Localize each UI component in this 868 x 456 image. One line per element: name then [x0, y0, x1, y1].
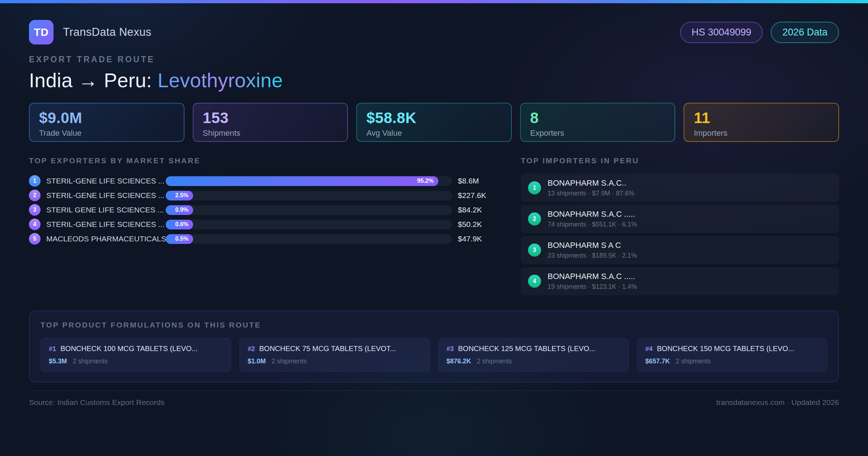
route-title: India → Peru: [29, 69, 158, 92]
exporter-name: STERIL-GENE LIFE SCIENCES ... [46, 191, 166, 200]
formulation-meta-row: $1.0M 2 shipments [248, 358, 422, 365]
formulation-rank: #4 [645, 345, 652, 353]
market-share-track: 0.5% [166, 234, 452, 244]
importers-panel: TOP IMPORTERS IN PERU 1 BONAPHARM S.A.C.… [521, 156, 839, 295]
stat-value: $9.0M [39, 109, 174, 127]
stat-card-importers[interactable]: 11 Importers [684, 103, 839, 142]
market-share-bar: 0.6% [166, 220, 193, 229]
formulation-value: $876.2K [447, 358, 471, 365]
top-accent-bar [0, 0, 868, 3]
header: TD TransData Nexus HS 30049099 2026 Data [29, 20, 839, 45]
exporter-name: MACLEODS PHARMACEUTICALS LTD [46, 235, 166, 243]
stat-label: Exporters [530, 128, 665, 138]
market-share-bar: 0.9% [166, 205, 193, 215]
market-share-bar: 0.5% [166, 234, 193, 244]
formulation-title-row: #2 BONCHECK 75 MCG TABLETS (LEVOT... [248, 345, 422, 353]
market-share-track: 0.6% [166, 220, 452, 229]
hs-code-badge[interactable]: HS 30049099 [680, 22, 763, 43]
rank-badge: 2 [528, 212, 541, 225]
stat-label: Importers [694, 128, 829, 138]
importer-details: 74 shipments · $551.1K · 6.1% [548, 221, 637, 228]
share-percent-label: 95.2% [417, 178, 434, 184]
exporter-value: $84.2K [458, 206, 495, 214]
formulation-shipments: 2 shipments [676, 358, 711, 365]
stat-value: 8 [530, 109, 665, 127]
importer-name: BONAPHARM S.A.C.. [548, 178, 634, 188]
formulation-card[interactable]: #4 BONCHECK 150 MCG TABLETS (LEVO... $65… [637, 338, 827, 372]
exporter-row[interactable]: 3 STERIL GENE LIFE SCIENCES ... 0.9% $84… [29, 203, 495, 217]
rank-badge: 2 [29, 190, 41, 201]
app-name: TransData Nexus [63, 26, 152, 39]
importer-card[interactable]: 4 BONAPHARM S.A.C ..... 19 shipments · $… [521, 267, 839, 295]
importer-card[interactable]: 3 BONAPHARM S A C 23 shipments · $189.5K… [521, 236, 839, 264]
footer-divider [29, 390, 839, 391]
importer-name: BONAPHARM S.A.C ..... [548, 272, 637, 281]
rank-badge: 1 [29, 175, 41, 187]
stat-value: 153 [203, 109, 338, 127]
exporters-list: 1 STERIL-GENE LIFE SCIENCES ... 95.2% $8… [29, 174, 495, 246]
importers-heading: TOP IMPORTERS IN PERU [521, 156, 839, 165]
formulation-name: BONCHECK 100 MCG TABLETS (LEVO... [60, 345, 197, 353]
exporter-value: $47.9K [458, 235, 495, 243]
market-share-bar: 95.2% [166, 176, 438, 186]
importer-card[interactable]: 1 BONAPHARM S.A.C.. 13 shipments · $7.9M… [521, 174, 839, 202]
importer-card[interactable]: 2 BONAPHARM S.A.C ..... 74 shipments · $… [521, 205, 839, 233]
exporter-name: STERIL-GENE LIFE SCIENCES ... [46, 220, 166, 229]
exporter-row[interactable]: 5 MACLEODS PHARMACEUTICALS LTD 0.5% $47.… [29, 232, 495, 246]
formulations-panel: TOP PRODUCT FORMULATIONS ON THIS ROUTE #… [29, 311, 839, 383]
importer-details: 23 shipments · $189.5K · 2.1% [548, 252, 637, 259]
formulation-card[interactable]: #1 BONCHECK 100 MCG TABLETS (LEVO... $5.… [41, 338, 231, 372]
exporter-value: $50.2K [458, 220, 495, 229]
stat-card-exporters[interactable]: 8 Exporters [520, 103, 676, 142]
formulation-shipments: 2 shipments [477, 358, 512, 365]
exporter-row[interactable]: 1 STERIL-GENE LIFE SCIENCES ... 95.2% $8… [29, 174, 495, 188]
importer-text: BONAPHARM S.A.C ..... 74 shipments · $55… [548, 210, 637, 228]
formulation-meta-row: $657.7K 2 shipments [645, 358, 819, 365]
stat-value: $58.8K [366, 109, 502, 127]
exporter-row[interactable]: 4 STERIL-GENE LIFE SCIENCES ... 0.6% $50… [29, 217, 495, 232]
share-percent-label: 0.5% [175, 236, 188, 242]
stat-label: Trade Value [39, 128, 174, 138]
importer-text: BONAPHARM S.A.C ..... 19 shipments · $12… [548, 272, 637, 291]
formulation-card[interactable]: #2 BONCHECK 75 MCG TABLETS (LEVOT... $1.… [239, 338, 430, 372]
exporters-heading: TOP EXPORTERS BY MARKET SHARE [29, 156, 495, 165]
formulation-shipments: 2 shipments [73, 358, 108, 365]
stat-card-avg-value[interactable]: $58.8K Avg Value [356, 103, 512, 142]
exporter-row[interactable]: 2 STERIL-GENE LIFE SCIENCES ... 2.5% $22… [29, 188, 495, 203]
stat-card-trade-value[interactable]: $9.0M Trade Value [29, 103, 184, 142]
section-eyebrow: EXPORT TRADE ROUTE [29, 55, 839, 64]
importer-name: BONAPHARM S.A.C ..... [548, 210, 637, 219]
stat-card-shipments[interactable]: 153 Shipments [193, 103, 348, 142]
formulation-value: $1.0M [248, 358, 266, 365]
formulation-rank: #3 [447, 345, 454, 353]
importer-details: 13 shipments · $7.9M · 87.6% [548, 190, 634, 197]
stat-label: Avg Value [366, 128, 502, 138]
formulation-name: BONCHECK 125 MCG TABLETS (LEVO... [458, 345, 595, 353]
exporters-panel: TOP EXPORTERS BY MARKET SHARE 1 STERIL-G… [29, 156, 495, 246]
page-container: TD TransData Nexus HS 30049099 2026 Data… [29, 20, 839, 407]
importer-text: BONAPHARM S.A.C.. 13 shipments · $7.9M ·… [548, 178, 634, 197]
formulations-heading: TOP PRODUCT FORMULATIONS ON THIS ROUTE [41, 321, 827, 329]
importer-text: BONAPHARM S A C 23 shipments · $189.5K ·… [548, 241, 637, 259]
share-percent-label: 0.6% [175, 221, 188, 228]
app-logo[interactable]: TD [29, 20, 54, 45]
market-share-track: 95.2% [166, 176, 452, 186]
exporter-value: $227.6K [458, 191, 495, 200]
importers-list: 1 BONAPHARM S.A.C.. 13 shipments · $7.9M… [521, 174, 839, 295]
formulation-title-row: #3 BONCHECK 125 MCG TABLETS (LEVO... [447, 345, 621, 353]
formulation-shipments: 2 shipments [272, 358, 307, 365]
formulation-card[interactable]: #3 BONCHECK 125 MCG TABLETS (LEVO... $87… [438, 338, 629, 372]
source-note: Source: Indian Customs Export Records [29, 398, 165, 407]
exporter-name: STERIL-GENE LIFE SCIENCES ... [46, 177, 166, 185]
formulation-meta-row: $876.2K 2 shipments [447, 358, 621, 365]
importer-name: BONAPHARM S A C [548, 241, 637, 250]
formulation-rank: #2 [248, 345, 255, 353]
rank-badge: 5 [29, 233, 41, 245]
rank-badge: 3 [528, 244, 541, 257]
formulations-list: #1 BONCHECK 100 MCG TABLETS (LEVO... $5.… [41, 338, 827, 372]
importer-details: 19 shipments · $123.1K · 1.4% [548, 283, 637, 291]
formulation-rank: #1 [49, 345, 56, 353]
data-year-badge[interactable]: 2026 Data [771, 22, 839, 43]
share-percent-label: 2.5% [175, 192, 188, 199]
rank-badge: 4 [29, 219, 41, 230]
